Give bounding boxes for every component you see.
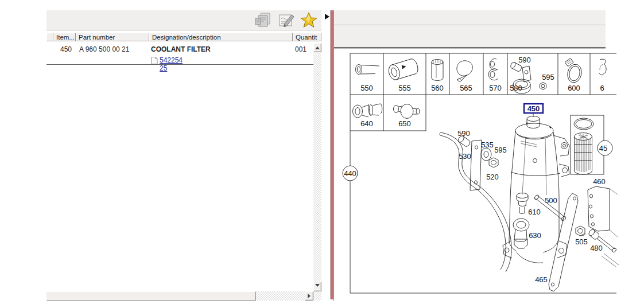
copy-parts-list-icon: [254, 12, 273, 28]
parts-diagram: 550 555 560 565 570 580 590 595 600 6 64…: [334, 48, 621, 301]
cell-part-number: A 960 500 00 21: [79, 45, 129, 53]
column-header-designation-label: Designation/description: [152, 34, 221, 41]
table-horizontal-scrollbar: [46, 291, 313, 301]
column-header-quantity[interactable]: Quantit: [293, 33, 321, 41]
edit-notes-button[interactable]: [277, 12, 296, 28]
parts-toolbar: [46, 10, 321, 30]
thumb-label-550[interactable]: 550: [360, 84, 373, 92]
thumb-label-650[interactable]: 650: [398, 119, 411, 128]
scroll-down-button[interactable]: [313, 282, 321, 291]
thumb-pipe-550[interactable]: [356, 65, 380, 75]
thumb-cable-tie-565[interactable]: [457, 61, 472, 82]
thumb-hose-connector-640[interactable]: [353, 104, 382, 118]
callout-480[interactable]: 480: [590, 244, 603, 252]
diagram-panel: 550 555 560 565 570 580 590 595 600 6 64…: [333, 10, 621, 301]
column-header-part-number[interactable]: Part number: [76, 33, 149, 41]
callout-535[interactable]: 535: [481, 141, 494, 149]
column-header-quantity-label: Quantit: [296, 34, 317, 41]
callout-590[interactable]: 590: [457, 129, 470, 138]
right-arrow-icon: [308, 294, 313, 298]
vertical-scroll-track[interactable]: [313, 52, 321, 282]
thumb-filter-cartridge-555[interactable]: [387, 58, 420, 81]
epc-window: Item... Part number Designation/descript…: [46, 10, 620, 301]
group-callout-440[interactable]: 440: [343, 166, 358, 181]
coolant-filter-housing[interactable]: [503, 116, 569, 263]
callout-465[interactable]: 465: [535, 275, 548, 284]
collapse-arrow-icon[interactable]: [325, 14, 329, 20]
thumb-label-555[interactable]: 555: [398, 84, 411, 92]
column-header-item[interactable]: Item...: [53, 33, 76, 41]
star-icon: [300, 12, 318, 28]
cell-quantity: 001: [295, 45, 307, 53]
up-arrow-icon: [315, 44, 320, 49]
callout-610[interactable]: 610: [528, 208, 541, 216]
nut-595: [489, 158, 498, 167]
side-callout-45[interactable]: 45: [598, 141, 612, 155]
scroll-up-button[interactable]: [313, 43, 321, 52]
thumb-sublabel-595[interactable]: 595: [542, 73, 554, 81]
washer-535: [481, 148, 491, 161]
horizontal-scroll-thumb[interactable]: [46, 291, 256, 301]
selected-callout-450-label: 450: [527, 104, 540, 113]
thumb-hose-clamp-600[interactable]: [565, 58, 583, 84]
thumb-clip-partial[interactable]: [599, 59, 606, 75]
row-separator: [46, 64, 313, 65]
favorites-star-button[interactable]: [300, 12, 318, 28]
column-header-blank[interactable]: [46, 33, 53, 41]
parts-table-header: Item... Part number Designation/descript…: [46, 33, 321, 42]
vent-valve-610: [517, 193, 528, 214]
mounting-plate: [588, 186, 618, 237]
thumb-label-640[interactable]: 640: [360, 119, 373, 128]
thumb-label-565[interactable]: 565: [460, 84, 472, 92]
cell-item: 450: [56, 45, 76, 53]
group-callout-440-label: 440: [344, 169, 356, 178]
column-header-part-number-label: Part number: [79, 34, 115, 41]
thumb-sleeve-560[interactable]: [432, 60, 443, 81]
scroll-right-button[interactable]: [305, 291, 313, 301]
diagram-header-band: [334, 10, 606, 47]
scrollbar-corner: [313, 291, 321, 301]
thumb-valve-650[interactable]: [394, 104, 420, 119]
thumb-label-570[interactable]: 570: [489, 84, 502, 92]
callout-460[interactable]: 460: [593, 177, 606, 186]
column-header-item-label: Item...: [56, 34, 75, 41]
diagram-header-divider: [334, 25, 606, 25]
callout-530[interactable]: 530: [459, 152, 471, 161]
thumb-clamps-570[interactable]: [488, 59, 498, 80]
nut-505: [576, 226, 585, 236]
thumb-label-600[interactable]: 600: [568, 84, 580, 92]
bracket-530: [470, 140, 482, 190]
edit-notes-icon: [277, 12, 296, 28]
thumb-label-6xx[interactable]: 6: [600, 84, 604, 92]
thumb-label-560[interactable]: 560: [431, 84, 444, 92]
panel-splitter[interactable]: [321, 10, 333, 301]
side-callout-45-label: 45: [599, 144, 607, 153]
horizontal-scroll-track[interactable]: [256, 291, 305, 301]
thumb-label-580[interactable]: 580: [510, 84, 522, 92]
elbow-630: [513, 219, 529, 248]
table-vertical-scrollbar: [313, 43, 321, 291]
column-header-designation[interactable]: Designation/description: [149, 33, 293, 41]
down-arrow-icon: [315, 284, 320, 289]
table-row[interactable]: 450 A 960 500 00 21 COOLANT FILTER 001: [46, 45, 313, 54]
thumb-sublabel-590[interactable]: 590: [518, 56, 531, 64]
callout-630[interactable]: 630: [529, 231, 541, 240]
callout-505[interactable]: 505: [575, 237, 588, 246]
selected-callout-450[interactable]: 450: [524, 104, 543, 117]
copy-parts-list-button[interactable]: [254, 12, 273, 28]
callout-520[interactable]: 520: [486, 173, 499, 181]
cell-designation: COOLANT FILTER: [151, 45, 211, 53]
parts-list-panel: Item... Part number Designation/descript…: [46, 10, 321, 301]
callout-500[interactable]: 500: [545, 196, 557, 205]
document-icon[interactable]: [151, 57, 158, 64]
callout-595[interactable]: 595: [494, 146, 507, 154]
